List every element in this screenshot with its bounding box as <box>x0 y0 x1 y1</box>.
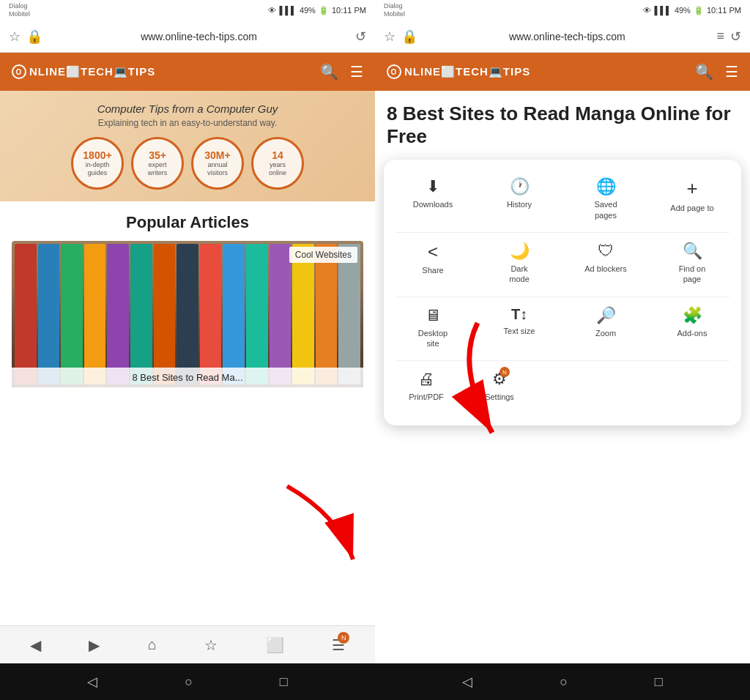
address-bar-left[interactable]: ☆ 🔒 www.online-tech-tips.com ↺ <box>0 21 375 53</box>
spine-1 <box>15 244 37 384</box>
menu-history[interactable]: 🕐 History <box>483 171 556 226</box>
back-system-btn-r[interactable]: ◁ <box>462 674 472 690</box>
stat-visitors: 30M+ annual visitors <box>191 137 244 190</box>
stat-label-0: in-depth guides <box>86 161 110 177</box>
manga-shelf-bg <box>12 241 363 387</box>
brand-logo-left[interactable]: O NLINE⬜TECH💻TIPS <box>12 64 155 79</box>
home-bar-left: ◁ ○ □ <box>0 663 375 700</box>
eye-icon-r: 👁 <box>643 6 651 15</box>
hero-sub: Explaining tech in an easy-to-understand… <box>12 118 363 128</box>
find-label: Find on page <box>679 264 706 285</box>
menu-add-page[interactable]: + Add page to <box>656 171 729 226</box>
home-button[interactable]: ⌂ <box>148 636 157 653</box>
bookmark-button[interactable]: ☆ <box>204 636 218 654</box>
list-icon-right[interactable]: ≡ <box>716 29 724 44</box>
spine-12 <box>270 244 292 384</box>
menu-row-2: < Share 🌙 Dark mode 🛡 Ad blockers 🔍 Find… <box>390 236 735 291</box>
spine-14 <box>316 244 338 384</box>
menu-find-on-page[interactable]: 🔍 Find on page <box>656 236 729 291</box>
carrier-right: Dialog Mobitel <box>384 2 405 18</box>
popular-section: Popular Articles <box>0 201 375 399</box>
battery-icon-r: 🔋 <box>694 6 704 15</box>
search-icon-left[interactable]: 🔍 <box>320 63 338 81</box>
home-bar-right: ◁ ○ □ <box>375 663 750 700</box>
logo-circle-r: O <box>387 64 401 79</box>
saved-pages-icon: 🌐 <box>596 177 616 196</box>
recents-system-btn[interactable]: □ <box>280 674 288 690</box>
spine-7 <box>154 244 176 384</box>
time-right: 10:11 PM <box>707 6 741 15</box>
forward-button[interactable]: ▶ <box>89 636 100 654</box>
menu-zoom[interactable]: 🔎 Zoom <box>569 300 642 355</box>
status-bar-right: Dialog Mobitel 👁 ▌▌▌ 49% 🔋 10:11 PM <box>375 0 750 21</box>
stat-num-3: 14 <box>272 149 283 161</box>
menu-button[interactable]: ☰ N <box>332 636 345 654</box>
stat-num-0: 1800+ <box>83 149 111 161</box>
status-right-left: 👁 ▌▌▌ 49% 🔋 10:11 PM <box>268 6 366 15</box>
phone-left: Dialog Mobitel 👁 ▌▌▌ 49% 🔋 10:11 PM ☆ 🔒 … <box>0 0 375 700</box>
hero-section: Computer Tips from a Computer Guy Explai… <box>0 91 375 201</box>
star-icon-right[interactable]: ☆ <box>384 29 396 45</box>
address-bar-right[interactable]: ☆ 🔒 www.online-tech-tips.com ≡ ↺ <box>375 21 750 53</box>
menu-dark-mode[interactable]: 🌙 Dark mode <box>483 236 556 291</box>
reload-icon-right[interactable]: ↺ <box>730 29 741 45</box>
article-card[interactable]: Cool Websites 8 Best Sites to Read Ma... <box>12 241 363 387</box>
brand-bar-right: O NLINE⬜TECH💻TIPS 🔍 ☰ <box>375 53 750 91</box>
brand-icons-right: 🔍 ☰ <box>695 63 738 81</box>
menu-add-ons[interactable]: 🧩 Add-ons <box>656 300 729 355</box>
battery-icon: 🔋 <box>319 6 329 15</box>
spine-2 <box>38 244 60 384</box>
spine-11 <box>246 244 268 384</box>
tabs-button[interactable]: ⬜ <box>266 636 284 654</box>
home-system-btn-r[interactable]: ○ <box>560 674 568 690</box>
red-arrow-right <box>419 308 565 455</box>
stat-writers: 35+ expert writers <box>131 137 184 190</box>
menu-badge: N <box>338 632 349 644</box>
menu-saved-pages[interactable]: 🌐 Saved pages <box>569 171 642 226</box>
spine-10 <box>223 244 245 384</box>
brand-logo-right[interactable]: O NLINE⬜TECH💻TIPS <box>387 64 530 79</box>
spine-8 <box>177 244 198 384</box>
zoom-label: Zoom <box>595 328 616 338</box>
brand-name-left: NLINE⬜TECH💻TIPS <box>29 65 155 78</box>
recents-system-btn-r[interactable]: □ <box>655 674 663 690</box>
lock-icon-left: 🔒 <box>26 29 42 45</box>
arrow-area <box>0 399 375 625</box>
download-icon: ⬇ <box>426 177 439 196</box>
spine-5 <box>107 244 129 384</box>
battery-left: 49% <box>300 6 316 15</box>
back-system-btn[interactable]: ◁ <box>87 674 97 690</box>
find-icon: 🔍 <box>683 242 702 261</box>
menu-downloads[interactable]: ⬇ Downloads <box>396 171 469 226</box>
signal-icon-r: ▌▌▌ <box>654 6 671 15</box>
saved-pages-label: Saved pages <box>594 199 617 220</box>
stats-row: 1800+ in-depth guides 35+ expert writers… <box>12 137 363 190</box>
menu-share[interactable]: < Share <box>396 236 469 291</box>
stat-label-2: annual visitors <box>207 161 228 177</box>
menu-icon-right[interactable]: ☰ <box>725 63 738 81</box>
menu-ad-blockers[interactable]: 🛡 Ad blockers <box>569 236 642 291</box>
menu-icon-left[interactable]: ☰ <box>350 63 363 81</box>
spine-15 <box>338 244 360 384</box>
content-left: Computer Tips from a Computer Guy Explai… <box>0 91 375 625</box>
article-headline: 8 Best Sites to Read Manga Online for Fr… <box>375 91 750 160</box>
reload-icon-left[interactable]: ↺ <box>355 29 366 45</box>
signal-icon: ▌▌▌ <box>279 6 296 15</box>
stat-label-3: years online <box>269 161 286 177</box>
star-icon-left[interactable]: ☆ <box>9 29 21 45</box>
nav-bar-left: ◀ ▶ ⌂ ☆ ⬜ ☰ N <box>0 625 375 663</box>
back-button[interactable]: ◀ <box>30 636 41 654</box>
url-left[interactable]: www.online-tech-tips.com <box>48 31 349 42</box>
stat-label-1: expert writers <box>148 161 168 177</box>
red-arrow-left <box>265 472 368 574</box>
spine-3 <box>61 244 83 384</box>
search-icon-right[interactable]: 🔍 <box>695 63 713 81</box>
menu-row-1: ⬇ Downloads 🕐 History 🌐 Saved pages + Ad… <box>390 171 735 226</box>
brand-icons-left: 🔍 ☰ <box>320 63 363 81</box>
url-right[interactable]: www.online-tech-tips.com <box>423 31 710 42</box>
home-system-btn[interactable]: ○ <box>185 674 193 690</box>
spine-6 <box>130 244 152 384</box>
add-ons-icon: 🧩 <box>683 306 702 325</box>
phone-right: Dialog Mobitel 👁 ▌▌▌ 49% 🔋 10:11 PM ☆ 🔒 … <box>375 0 750 700</box>
stat-guides: 1800+ in-depth guides <box>71 137 124 190</box>
